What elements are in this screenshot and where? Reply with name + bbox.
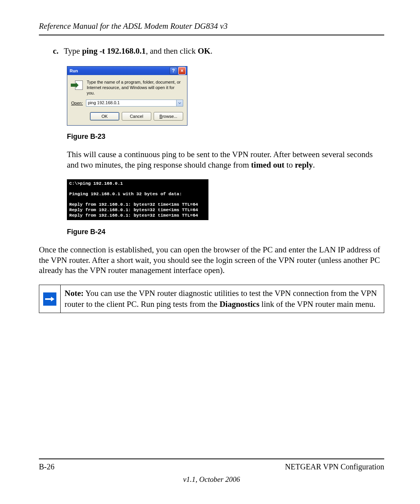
figure-caption-b23: Figure B-23 — [67, 133, 384, 141]
button-row: OK Cancel Browse... — [67, 112, 187, 125]
run-dialog: Run ? × Type the name of a program, fold… — [67, 66, 187, 126]
open-label: Open: — [71, 101, 83, 105]
ok-button[interactable]: OK — [90, 112, 119, 121]
step-marker: c. — [53, 46, 64, 56]
title-bar: Run ? × — [67, 66, 187, 75]
close-icon[interactable]: × — [178, 67, 186, 75]
manual-page: Reference Manual for the ADSL Modem Rout… — [0, 0, 420, 504]
step-command: ping -t 192.168.0.1 — [82, 46, 146, 56]
footer-rule — [39, 458, 384, 459]
note-text: Note: You can use the VPN router diagnos… — [61, 285, 384, 313]
page-footer: B-26 NETGEAR VPN Configuration v1.1, Oct… — [39, 458, 384, 484]
page-header: Reference Manual for the ADSL Modem Rout… — [39, 22, 384, 35]
run-description: Type the name of a program, folder, docu… — [87, 80, 183, 96]
run-program-icon — [71, 80, 83, 91]
paragraph-connection: Once the connection is established, you … — [39, 245, 384, 275]
figure-run-dialog: Run ? × Type the name of a program, fold… — [67, 66, 384, 126]
open-row: Open: ping 192.168.0.1 — [67, 99, 187, 112]
browse-button[interactable]: Browse... — [154, 112, 183, 121]
open-input-value: ping 192.168.0.1 — [88, 100, 120, 105]
step-prefix: Type — [64, 46, 82, 56]
console-output: C:\>ping 192.168.0.1 Pinging 192.168.0.1… — [67, 179, 208, 220]
note-icon-cell — [39, 285, 61, 313]
footer-row: B-26 NETGEAR VPN Configuration — [39, 462, 384, 471]
step-mid: , and then click — [146, 46, 198, 56]
figure-caption-b24: Figure B-24 — [67, 228, 384, 236]
window-title: Run — [70, 68, 78, 73]
help-icon[interactable]: ? — [170, 67, 177, 75]
step-instruction: c.Type ping -t 192.168.0.1, and then cli… — [53, 46, 384, 56]
paragraph-ping-explain: This will cause a continuous ping to be … — [67, 149, 384, 170]
page-number: B-26 — [39, 462, 54, 471]
header-title: Reference Manual for the ADSL Modem Rout… — [39, 22, 228, 30]
chevron-down-icon[interactable] — [176, 100, 183, 106]
open-input[interactable]: ping 192.168.0.1 — [86, 100, 183, 107]
note-box: Note: You can use the VPN router diagnos… — [39, 285, 384, 313]
run-body: Type the name of a program, folder, docu… — [67, 75, 187, 99]
cancel-button[interactable]: Cancel — [122, 112, 151, 121]
section-title: NETGEAR VPN Configuration — [285, 462, 384, 471]
step-ok: OK — [198, 46, 210, 56]
footer-version: v1.1, October 2006 — [39, 475, 384, 484]
step-suffix: . — [210, 46, 212, 56]
arrow-right-icon — [43, 292, 56, 306]
